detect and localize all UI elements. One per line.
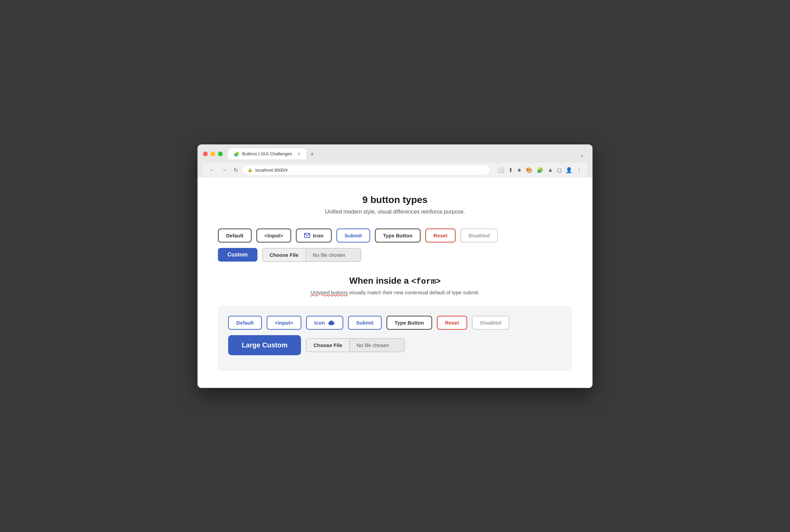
form-button-row-1: Default Icon Submit xyxy=(228,316,562,330)
input-button[interactable] xyxy=(256,229,291,242)
secure-icon: 🔒 xyxy=(248,168,253,172)
envelope-icon xyxy=(304,233,310,238)
traffic-light-yellow[interactable] xyxy=(210,152,215,156)
traffic-light-green[interactable] xyxy=(218,152,223,156)
new-tab-button[interactable]: + xyxy=(306,150,318,159)
tab-title: Buttons | GUI Challenges xyxy=(242,151,292,156)
tab-list-icon[interactable]: ⌄ xyxy=(577,150,587,159)
large-custom-button[interactable]: Large Custom xyxy=(228,335,301,355)
file-no-chosen-text: No file chosen xyxy=(306,249,361,261)
form-input-button[interactable] xyxy=(267,316,301,330)
forward-button[interactable]: → xyxy=(219,166,229,174)
tab-bar: 🧩 Buttons | GUI Challenges ✕ + ⌄ xyxy=(228,148,587,159)
main-section-title: 9 button types xyxy=(218,194,572,205)
form-file-choose-button[interactable]: Choose File xyxy=(306,339,350,351)
traffic-light-red[interactable] xyxy=(203,152,208,156)
title-bar: 🧩 Buttons | GUI Challenges ✕ + ⌄ xyxy=(203,148,587,159)
submit-button[interactable]: Submit xyxy=(336,229,370,242)
active-tab[interactable]: 🧩 Buttons | GUI Challenges ✕ xyxy=(228,148,306,159)
browser-window: 🧩 Buttons | GUI Challenges ✕ + ⌄ ← → ↻ 🔒… xyxy=(198,144,592,388)
form-type-button[interactable]: Type Button xyxy=(386,316,432,330)
form-submit-button[interactable]: Submit xyxy=(348,316,382,330)
form-file-no-chosen-text: No file chosen xyxy=(350,339,404,351)
default-button[interactable]: Default xyxy=(218,229,252,242)
url-text: localhost:3000/# xyxy=(255,168,288,173)
form-section-subtitle: Untyped buttons visually match their new… xyxy=(218,290,572,295)
form-icon-button[interactable]: Icon xyxy=(306,316,343,330)
profile-icon[interactable]: 👤 xyxy=(565,166,573,174)
cloud-icon xyxy=(328,320,335,325)
tab-close-button[interactable]: ✕ xyxy=(297,152,301,156)
browser-toolbar: ⬜ ⬆ ★ 🎨 🧩 ▲ ◻ 👤 ⋮ xyxy=(496,166,583,174)
page-content: 9 button types Unified modern style, vis… xyxy=(198,177,592,388)
form-reset-button[interactable]: Reset xyxy=(437,316,467,330)
custom-button[interactable]: Custom xyxy=(218,248,257,262)
form-button-row-2: Large Custom Choose File No file chosen xyxy=(228,335,562,355)
type-button-button[interactable]: Type Button xyxy=(375,229,421,242)
reload-button[interactable]: ↻ xyxy=(232,166,240,174)
browser-chrome: 🧩 Buttons | GUI Challenges ✕ + ⌄ ← → ↻ 🔒… xyxy=(198,144,592,177)
share-icon[interactable]: ⬆ xyxy=(507,166,514,174)
form-default-button[interactable]: Default xyxy=(228,316,262,330)
form-file-input-wrapper: Choose File No file chosen xyxy=(306,338,405,352)
main-section-subtitle: Unified modern style, visual differences… xyxy=(218,209,572,215)
file-input-wrapper: Choose File No file chosen xyxy=(262,248,361,262)
tab-favicon: 🧩 xyxy=(234,151,239,157)
address-bar: ← → ↻ 🔒 localhost:3000/# ⬜ ⬆ ★ 🎨 🧩 ▲ ◻ 👤… xyxy=(203,163,587,177)
url-bar[interactable]: 🔒 localhost:3000/# xyxy=(243,166,490,175)
traffic-lights xyxy=(203,152,223,156)
file-choose-button[interactable]: Choose File xyxy=(263,249,306,261)
sidebar-toggle-icon[interactable]: ◻ xyxy=(556,166,563,174)
form-disabled-button: Disabled xyxy=(472,316,510,330)
form-box: Default Icon Submit xyxy=(218,306,572,371)
extension-icon-1[interactable]: 🎨 xyxy=(525,166,534,174)
icon-button[interactable]: Icon xyxy=(296,229,332,242)
form-section-title: When inside a <form> xyxy=(218,276,572,286)
menu-icon[interactable]: ⋮ xyxy=(575,166,583,174)
svg-point-4 xyxy=(330,320,333,324)
main-button-row-2: Custom Choose File No file chosen xyxy=(218,248,572,262)
cast-icon[interactable]: ⬜ xyxy=(496,166,505,174)
form-section: When inside a <form> Untyped buttons vis… xyxy=(218,276,572,371)
reset-button[interactable]: Reset xyxy=(425,229,456,242)
bookmark-icon[interactable]: ★ xyxy=(516,166,523,174)
extension-icon-3[interactable]: ▲ xyxy=(547,166,554,174)
disabled-button: Disabled xyxy=(460,229,498,242)
extension-icon-2[interactable]: 🧩 xyxy=(536,166,544,174)
main-button-row-1: Default Icon Submit Type Button Reset Di… xyxy=(218,229,572,242)
back-button[interactable]: ← xyxy=(207,166,217,174)
